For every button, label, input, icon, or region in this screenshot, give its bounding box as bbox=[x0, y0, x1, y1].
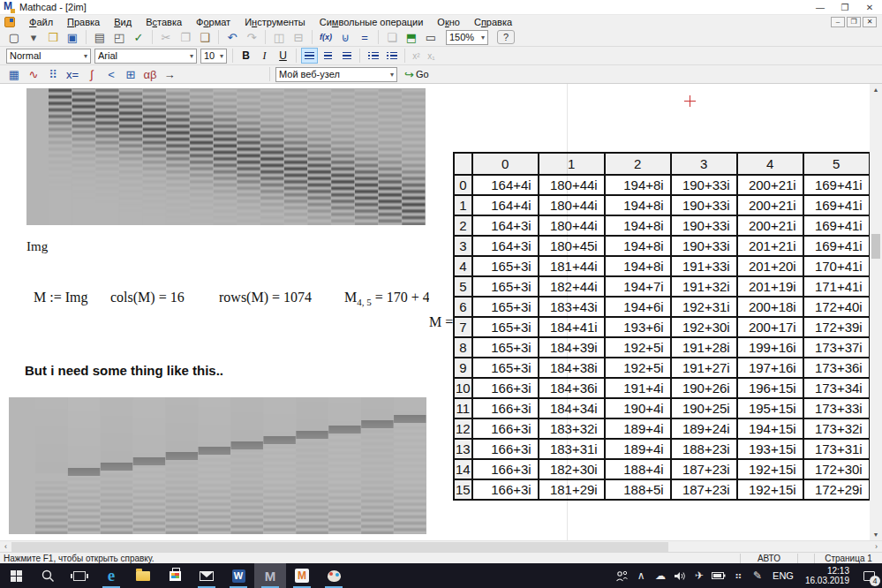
matrix-cell[interactable]: 192+5i bbox=[605, 358, 671, 378]
horizontal-scrollbar[interactable]: ‹ › bbox=[0, 540, 882, 552]
matrix-cell[interactable]: 189+24i bbox=[671, 418, 737, 439]
print-icon[interactable]: ▤ bbox=[91, 29, 109, 45]
matrix-cell[interactable]: 192+31i bbox=[671, 297, 737, 317]
taskbar-app-explorer[interactable] bbox=[127, 563, 159, 588]
matrix-cell[interactable]: 181+29i bbox=[539, 479, 605, 500]
menu-item-5[interactable]: Инструменты bbox=[237, 17, 313, 27]
boolean-toolbar-icon[interactable]: < bbox=[102, 66, 120, 82]
matrix-cell[interactable]: 194+15i bbox=[737, 418, 803, 439]
save-icon[interactable]: ▣ bbox=[64, 29, 81, 45]
calculus-toolbar-icon[interactable]: ∫ bbox=[83, 66, 101, 82]
menu-item-4[interactable]: Формат bbox=[189, 17, 237, 27]
undo-icon[interactable]: ↶ bbox=[223, 29, 241, 45]
restore-button[interactable]: ❐ bbox=[833, 0, 857, 14]
airplane-mode-icon[interactable]: ✈ bbox=[690, 563, 709, 588]
matrix-cell[interactable]: 183+43i bbox=[539, 297, 605, 317]
matrix-cell[interactable]: 200+18i bbox=[737, 297, 803, 317]
matrix-cell[interactable]: 184+39i bbox=[539, 337, 605, 358]
matrix-cell[interactable]: 190+26i bbox=[671, 378, 737, 398]
matrix-cell[interactable]: 182+30i bbox=[539, 459, 605, 479]
child-minimize-button[interactable]: – bbox=[831, 17, 845, 27]
align-right-button[interactable] bbox=[338, 48, 355, 64]
matrix-cell[interactable]: 180+44i bbox=[539, 215, 605, 236]
matrix-image-bottom[interactable] bbox=[9, 397, 426, 534]
evaluate-icon[interactable]: = bbox=[356, 29, 373, 45]
matrix-cell[interactable]: 189+4i bbox=[605, 439, 671, 459]
language-indicator[interactable]: ENG bbox=[767, 570, 799, 581]
expression-m45[interactable]: M4, 5 = 170 + 4 bbox=[344, 290, 429, 307]
dropbox-tray-icon[interactable]: ⠶ bbox=[728, 563, 748, 588]
menu-item-3[interactable]: Вставка bbox=[139, 17, 189, 27]
matrix-cell[interactable]: 194+8i bbox=[605, 236, 671, 256]
matrix-cell[interactable]: 191+32i bbox=[671, 276, 737, 297]
matrix-cell[interactable]: 165+3i bbox=[472, 317, 539, 337]
calculator-toolbar-icon[interactable]: ▦ bbox=[5, 66, 23, 82]
matrix-cell[interactable]: 187+23i bbox=[671, 479, 737, 500]
matrix-cell[interactable]: 169+41i bbox=[803, 215, 870, 236]
vertical-scrollbar[interactable]: ▲ ▼ bbox=[870, 84, 882, 540]
matrix-cell[interactable]: 196+15i bbox=[737, 378, 803, 398]
insert-component-icon[interactable]: ⬒ bbox=[403, 29, 420, 45]
matrix-cell[interactable]: 169+41i bbox=[803, 175, 870, 195]
matrix-cell[interactable]: 192+15i bbox=[737, 479, 803, 500]
matrix-cell[interactable]: 180+44i bbox=[539, 175, 605, 195]
matrix-cell[interactable]: 200+21i bbox=[737, 175, 803, 195]
start-button[interactable] bbox=[0, 563, 32, 588]
matrix-cell[interactable]: 190+25i bbox=[671, 398, 737, 418]
matrix-cell[interactable]: 166+3i bbox=[472, 418, 539, 439]
matrix-cell[interactable]: 166+3i bbox=[472, 479, 539, 500]
child-close-button[interactable]: ✕ bbox=[863, 17, 877, 27]
menu-item-2[interactable]: Вид bbox=[107, 17, 139, 27]
matrix-cell[interactable]: 201+19i bbox=[737, 276, 803, 297]
menu-item-6[interactable]: Символьные операции bbox=[313, 17, 431, 27]
matrix-cell[interactable]: 181+44i bbox=[539, 256, 605, 276]
scroll-up-arrow-icon[interactable]: ▲ bbox=[870, 84, 882, 95]
matrix-cell[interactable]: 182+44i bbox=[539, 276, 605, 297]
matrix-cell[interactable]: 189+4i bbox=[605, 418, 671, 439]
matrix-toolbar-icon[interactable]: ⠿ bbox=[44, 66, 62, 82]
open-icon[interactable]: ❒ bbox=[44, 29, 62, 45]
taskbar-app-store[interactable] bbox=[159, 563, 191, 588]
bullet-list-button[interactable] bbox=[365, 48, 381, 64]
scroll-down-arrow-icon[interactable]: ▼ bbox=[870, 529, 882, 540]
taskbar-app-mathcad15[interactable]: M bbox=[286, 563, 318, 588]
matrix-cell[interactable]: 191+4i bbox=[605, 378, 671, 398]
matrix-cell[interactable]: 194+6i bbox=[605, 297, 671, 317]
matrix-cell[interactable]: 165+3i bbox=[472, 256, 539, 276]
matrix-cell[interactable]: 180+45i bbox=[539, 236, 605, 256]
child-restore-button[interactable]: ❐ bbox=[847, 17, 861, 27]
zoom-select[interactable]: 150%▾ bbox=[446, 30, 488, 45]
note-text[interactable]: But i need some thing like this.. bbox=[25, 363, 223, 378]
numbered-list-button[interactable] bbox=[383, 48, 400, 64]
matrix-cell[interactable]: 188+4i bbox=[605, 459, 671, 479]
matrix-cell[interactable]: 191+27i bbox=[671, 358, 737, 378]
matrix-cell[interactable]: 200+21i bbox=[737, 195, 803, 215]
taskbar-app-edge[interactable]: e bbox=[95, 563, 127, 588]
new-icon[interactable]: ▢ bbox=[5, 29, 23, 45]
matrix-cell[interactable]: 190+33i bbox=[671, 236, 737, 256]
matrix-cell[interactable]: 172+39i bbox=[803, 317, 870, 337]
matrix-cell[interactable]: 194+8i bbox=[605, 195, 671, 215]
onedrive-icon[interactable]: ☁ bbox=[651, 563, 670, 588]
clock[interactable]: 12:13 16.03.2019 bbox=[799, 566, 856, 585]
matrix-cell[interactable]: 164+3i bbox=[472, 236, 539, 256]
italic-button[interactable]: I bbox=[256, 48, 273, 64]
matrix-cell[interactable]: 173+32i bbox=[803, 418, 870, 439]
go-button[interactable]: ↪ Go bbox=[404, 68, 429, 81]
task-view-button[interactable] bbox=[64, 563, 95, 588]
font-select[interactable]: Arial▾ bbox=[94, 49, 197, 64]
matrix-cell[interactable]: 166+3i bbox=[472, 398, 539, 418]
matrix-cell[interactable]: 183+31i bbox=[539, 439, 605, 459]
expression-cols[interactable]: cols(M) = 16 bbox=[110, 290, 185, 305]
matrix-cell[interactable]: 166+3i bbox=[472, 439, 539, 459]
matrix-cell[interactable]: 190+4i bbox=[605, 398, 671, 418]
matrix-cell[interactable]: 187+23i bbox=[671, 459, 737, 479]
volume-button[interactable] bbox=[670, 563, 690, 588]
new-dropdown-arrow-icon[interactable]: ▾ bbox=[25, 29, 42, 45]
matrix-cell[interactable]: 183+32i bbox=[539, 418, 605, 439]
bold-button[interactable]: B bbox=[237, 48, 254, 64]
programming-toolbar-icon[interactable]: ⊞ bbox=[122, 66, 139, 82]
style-select[interactable]: Normal▾ bbox=[6, 49, 91, 64]
symbolic-toolbar-icon[interactable]: → bbox=[161, 66, 178, 82]
taskbar-app-paint[interactable] bbox=[318, 563, 350, 588]
